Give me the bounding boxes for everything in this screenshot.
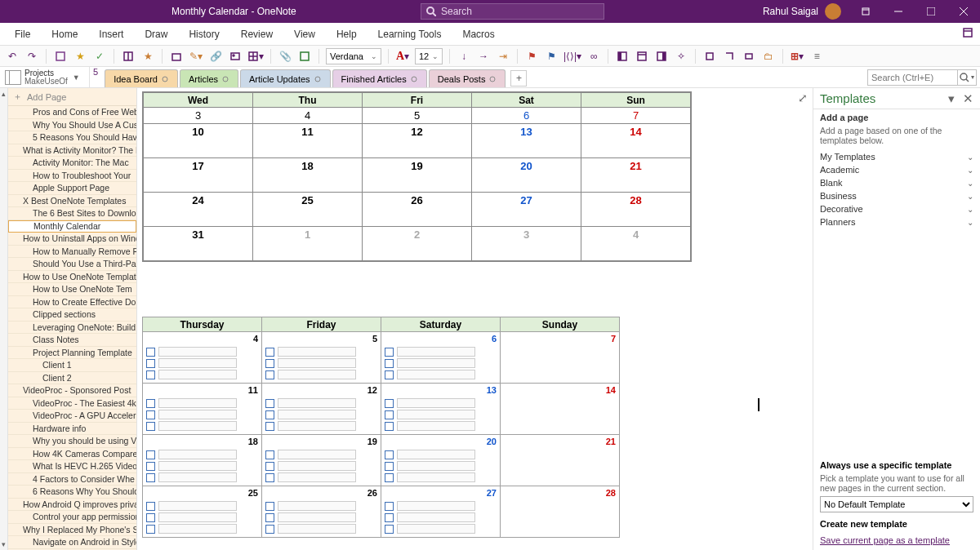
add-page-button[interactable]: ＋Add Page [8, 88, 136, 106]
save-as-template-link[interactable]: Save current page as a template [820, 535, 950, 545]
checkbox-icon[interactable] [265, 513, 274, 522]
arrow-button[interactable]: ↓ [457, 49, 471, 64]
page-item[interactable]: VideoProc - Sponsored Post [8, 384, 136, 397]
page-item[interactable]: Why I Replaced My Phone's St [8, 524, 136, 537]
page-item[interactable]: 5 Reasons You Should Have R [8, 131, 136, 144]
menu-review[interactable]: Review [233, 25, 281, 43]
page-item[interactable]: Navigate on Android in Style [8, 536, 136, 549]
notebook-selector[interactable]: ProjectsMakeUseOf ▼ [0, 67, 90, 87]
checkbox-icon[interactable] [385, 422, 394, 431]
page-item[interactable]: 6 Reasons Why You Should [8, 486, 136, 499]
page-item[interactable]: What Is HEVC H.265 Video, [8, 460, 136, 473]
checkbox-icon[interactable] [146, 502, 155, 511]
checkbox-icon[interactable] [265, 422, 274, 431]
page-item[interactable]: How Android Q improves privacy [8, 499, 136, 512]
screenshot-button[interactable] [169, 49, 184, 64]
page-item[interactable]: Monthly Calendar [8, 220, 136, 233]
checkbox-icon[interactable] [265, 348, 274, 357]
pin-button[interactable]: ✧ [674, 49, 688, 64]
important-tag-button[interactable]: ★ [73, 49, 87, 64]
checkbox-icon[interactable] [146, 513, 155, 522]
outdent-button[interactable]: ⇥ [496, 49, 510, 64]
checkbox-icon[interactable] [385, 450, 394, 459]
add-section-button[interactable]: + [510, 70, 527, 86]
checkbox-icon[interactable] [265, 502, 274, 511]
page-item[interactable]: VideoProc - The Easiest 4k [8, 397, 136, 410]
page-item[interactable]: Hardware info [8, 423, 136, 436]
font-color-button[interactable]: A▾ [395, 49, 410, 64]
check-button[interactable]: ✓ [92, 49, 107, 64]
page-item[interactable]: Client 1 [8, 359, 136, 372]
minimize-button[interactable] [882, 0, 915, 23]
page-item[interactable]: How to Use OneNote Tem [8, 283, 136, 296]
dock-1-button[interactable] [615, 49, 630, 64]
checkbox-icon[interactable] [146, 410, 155, 419]
user-name[interactable]: Rahul Saigal [763, 6, 818, 17]
undo-button[interactable]: ↶ [5, 49, 20, 64]
checkbox-icon[interactable] [146, 450, 155, 459]
page-item[interactable]: What is Activity Monitor? The Ma [8, 144, 136, 157]
checkbox-icon[interactable] [385, 348, 394, 357]
tab-articles[interactable]: Articles [180, 69, 238, 87]
page-item[interactable]: Why you should be using V [8, 435, 136, 448]
menu-macros[interactable]: Macros [454, 25, 502, 43]
page-item[interactable]: How to Troubleshoot Your [8, 170, 136, 183]
todo-tag-button[interactable] [53, 49, 68, 64]
flag-blue-button[interactable]: ⚑ [544, 49, 559, 64]
page-item[interactable]: How 4K Cameras Compare [8, 448, 136, 461]
page-item[interactable]: Leveraging OneNote: Build [8, 322, 136, 335]
tab-article-updates[interactable]: Article Updates [240, 69, 331, 87]
checkbox-icon[interactable] [265, 410, 274, 419]
checkbox-icon[interactable] [265, 370, 274, 379]
checkbox-icon[interactable] [146, 525, 155, 534]
table-button[interactable]: ▾ [247, 49, 264, 64]
link-button[interactable]: 🔗 [208, 49, 223, 64]
checkbox-icon[interactable] [146, 359, 155, 368]
page-item[interactable]: Should You Use a Third-Party [8, 258, 136, 271]
menu-draw[interactable]: Draw [136, 25, 176, 43]
spreadsheet-button[interactable] [297, 49, 312, 64]
checkbox-icon[interactable] [146, 422, 155, 431]
maximize-button[interactable] [915, 0, 947, 23]
checkbox-icon[interactable] [385, 399, 394, 408]
checkbox-icon[interactable] [385, 410, 394, 419]
checkbox-icon[interactable] [265, 450, 274, 459]
page-item[interactable]: VideoProc - A GPU Acceler [8, 410, 136, 423]
page-item[interactable]: How to Create Effective Do [8, 296, 136, 309]
misc-1-button[interactable] [702, 49, 717, 64]
avatar[interactable] [825, 3, 841, 20]
page-item[interactable]: Activity Monitor: The Mac [8, 157, 136, 170]
menu-file[interactable]: File [7, 25, 38, 43]
page-item[interactable]: How to Use OneNote Templates: [8, 271, 136, 284]
page-item[interactable]: Class Notes [8, 334, 136, 347]
page-item[interactable]: Apple Support Page [8, 182, 136, 195]
page-item[interactable]: X Best OneNote Templates [8, 195, 136, 208]
checkbox-icon[interactable] [385, 462, 394, 471]
checkbox-icon[interactable] [385, 359, 394, 368]
dock-3-button[interactable] [654, 49, 669, 64]
tag-h-button[interactable]: |⟨⟩|▾ [564, 49, 581, 64]
page-item[interactable]: The 6 Best Sites to Download [8, 207, 136, 220]
page-item[interactable]: Pros and Cons of Free Web H [8, 106, 136, 119]
page-list-collapse[interactable]: ▴▾ [0, 88, 8, 550]
favorites-button[interactable]: ★ [140, 49, 155, 64]
page-item[interactable]: Control your app permissions [8, 511, 136, 524]
page-item[interactable]: How to Uninstall Apps on Windo [8, 233, 136, 246]
menu-insert[interactable]: Insert [91, 25, 131, 43]
highlight-button[interactable]: ✎▾ [189, 49, 203, 64]
menu-home[interactable]: Home [43, 25, 86, 43]
tab-finished-articles[interactable]: Finished Articles [332, 69, 427, 87]
checkbox-icon[interactable] [385, 502, 394, 511]
menu-history[interactable]: History [180, 25, 227, 43]
page-item[interactable]: 4 Factors to Consider Whe [8, 473, 136, 486]
checkbox-icon[interactable] [385, 513, 394, 522]
checkbox-icon[interactable] [385, 473, 394, 482]
page-canvas[interactable]: ⤢ WedThuFriSatSun34567101112131417181920… [137, 88, 813, 550]
page-item[interactable]: How to Manually Remove Pro [8, 246, 136, 259]
menu-view[interactable]: View [286, 25, 323, 43]
font-size-select[interactable]: 12⌄ [415, 48, 443, 64]
checkbox-icon[interactable] [146, 348, 155, 357]
page-item[interactable]: Project Planning Template [8, 347, 136, 360]
menu-learning-tools[interactable]: Learning Tools [370, 25, 450, 43]
infinity-button[interactable]: ∞ [586, 49, 601, 64]
